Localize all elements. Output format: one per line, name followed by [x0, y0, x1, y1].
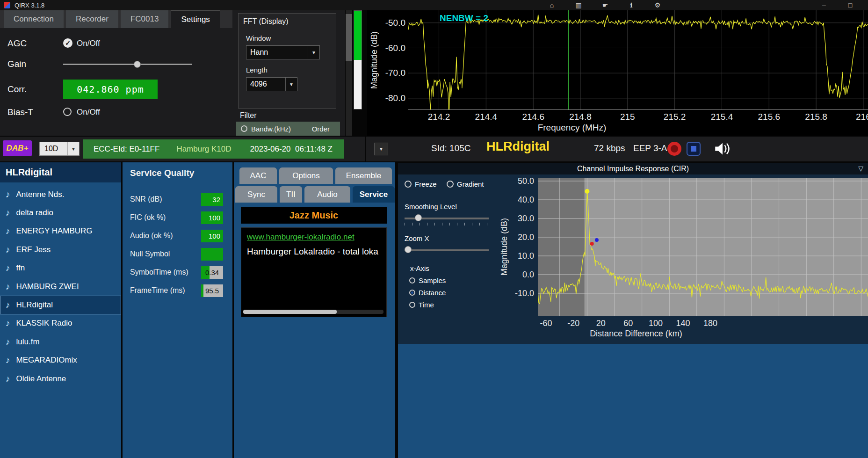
service-item-label: Antenne Nds. [16, 190, 65, 199]
chevron-down-icon[interactable]: ▼ [285, 78, 297, 91]
record-button[interactable] [667, 142, 681, 156]
service-item-label: MEGARADIOmix [16, 356, 77, 365]
bitrate-text: 72 kbps [594, 143, 625, 153]
minimize-icon[interactable]: – [817, 0, 831, 10]
gradient-option[interactable]: Gradient [447, 180, 484, 188]
service-list-item[interactable]: ♪ERF Jess [0, 240, 121, 259]
filter-label: Filter [240, 111, 257, 120]
service-list-item[interactable]: ♪Antenne Nds. [0, 185, 121, 204]
tab-aac[interactable]: AAC [239, 167, 277, 184]
pointer-icon[interactable]: ☛ [599, 0, 612, 10]
agc-checkbox[interactable]: ✓ [63, 38, 72, 48]
cir-title: Channel Impulse Response (CIR) [577, 165, 689, 173]
horizontal-scrollbar[interactable] [243, 310, 383, 314]
stop-button[interactable] [687, 142, 701, 156]
gain-slider-thumb[interactable] [134, 61, 141, 68]
chevron-down-icon[interactable]: ▼ [67, 142, 79, 155]
smoothing-slider[interactable] [405, 214, 489, 225]
time-radio[interactable] [409, 302, 415, 308]
panels-icon[interactable]: ▥ [572, 0, 585, 10]
fft-scrollbar-thumb[interactable] [346, 14, 352, 61]
service-item-label: Oldie Antenne [16, 374, 66, 384]
window-select[interactable]: Hann ▼ [246, 45, 320, 59]
tab-tii[interactable]: TII [280, 186, 302, 203]
music-note-icon: ♪ [6, 337, 10, 347]
service-website-link[interactable]: www.hamburger-lokalradio.net [247, 233, 381, 242]
settings-gear-icon[interactable]: ⚙ [651, 0, 664, 10]
gain-slider-track[interactable] [63, 64, 192, 65]
service-list-item[interactable]: ♪HAMBURG ZWEI [0, 277, 121, 296]
zoomx-slider-thumb[interactable] [405, 246, 412, 253]
freeze-radio[interactable] [405, 181, 412, 188]
home-icon[interactable]: ⌂ [545, 0, 558, 10]
service-list-item[interactable]: ♪ffn [0, 259, 121, 277]
freeze-option[interactable]: Freeze [405, 180, 437, 188]
service-item-label: ENERGY HAMBURG [16, 226, 93, 236]
distance-radio-selected[interactable] [409, 290, 415, 296]
samples-radio[interactable] [409, 277, 415, 284]
channel-select-value: 10D [40, 142, 67, 155]
tab-sync[interactable]: Sync [235, 186, 277, 203]
ensemble-info-bar: ECC-EId: E0-11FF Hamburg K10D 2023-06-20… [83, 139, 344, 159]
service-list-item-selected[interactable]: ♪HLRdigital [0, 296, 121, 314]
spectrum-plot[interactable]: NENBW = 2 [408, 10, 868, 110]
maximize-icon[interactable]: □ [844, 0, 857, 10]
music-note-icon: ♪ [6, 300, 10, 310]
tab-audio[interactable]: Audio [304, 186, 350, 203]
service-list-item[interactable]: ♪lulu.fm [0, 333, 121, 351]
tab-settings[interactable]: Settings [171, 10, 220, 28]
freeze-label: Freeze [415, 180, 437, 188]
service-description: Hamburger Lokalradio - total loka [247, 247, 381, 257]
smoothing-slider-thumb[interactable] [415, 214, 422, 221]
cir-plot[interactable] [538, 178, 868, 316]
cir-bottom-area [398, 344, 868, 458]
info-icon[interactable]: ℹ [625, 0, 638, 10]
y-tick-label: -70.0 [385, 68, 405, 78]
service-dropdown-button[interactable]: ▼ [374, 143, 388, 155]
corr-label: Corr. [7, 84, 27, 95]
tab-options[interactable]: Options [279, 167, 333, 184]
speaker-icon[interactable] [714, 141, 731, 156]
xaxis-option-time[interactable]: Time [409, 301, 434, 309]
horizontal-scrollbar-thumb[interactable] [243, 310, 337, 314]
smoothing-label: Smoothing Level [405, 203, 457, 211]
chevron-down-icon[interactable]: ▼ [308, 46, 319, 59]
tab-service[interactable]: Service [353, 186, 395, 203]
music-note-icon: ♪ [6, 374, 10, 384]
bandwidth-radio[interactable] [241, 125, 247, 132]
tab-ensemble[interactable]: Ensemble [335, 167, 392, 184]
service-list-item[interactable]: ♪ENERGY HAMBURG [0, 222, 121, 240]
tuner-panel: Connection Recorder FC0013 Settings AGC … [0, 10, 232, 136]
symboltime-label: SymbolTime (ms) [130, 268, 188, 276]
fft-panel: FFT (Display) Window Hann ▼ Length 4096 … [232, 10, 345, 136]
y-tick-label: 50.0 [518, 176, 534, 186]
gradient-radio[interactable] [447, 181, 454, 188]
tab-fc0013[interactable]: FC0013 [121, 10, 168, 28]
fft-scrollbar[interactable] [346, 10, 352, 136]
channel-select[interactable]: 10D ▼ [39, 142, 80, 156]
xaxis-option-distance[interactable]: Distance [409, 289, 446, 297]
x-tick-label: 215.8 [805, 112, 827, 122]
length-select[interactable]: 4096 ▼ [246, 77, 297, 91]
tab-connection[interactable]: Connection [4, 10, 64, 28]
cir-body: Freeze Gradient Smoothing Level Zoom X x… [398, 174, 868, 344]
service-list-item[interactable]: ♪MEGARADIOmix [0, 351, 121, 370]
music-note-icon: ♪ [6, 226, 10, 236]
order-label: Order [312, 125, 330, 133]
biast-radio[interactable] [63, 108, 72, 116]
tab-recorder[interactable]: Recorder [66, 10, 118, 28]
snr-label: SNR (dB) [130, 195, 162, 204]
tuner-tabbar: Connection Recorder FC0013 Settings [0, 10, 232, 28]
zoomx-slider[interactable] [405, 246, 489, 257]
service-list-item[interactable]: ♪Oldie Antenne [0, 370, 121, 388]
services-header: HLRdigital [0, 162, 121, 182]
y-tick-label: 40.0 [518, 195, 534, 205]
zoomx-slider-track[interactable] [405, 249, 489, 251]
spectrum-panel: Magnitude (dB) -50.0-60.0-70.0-80.0 NENB… [367, 10, 868, 136]
biast-label: Bias-T [7, 107, 33, 117]
collapse-triangle-icon[interactable]: ▽ [858, 165, 863, 172]
service-list-item[interactable]: ♪delta radio [0, 204, 121, 222]
xaxis-option-samples[interactable]: Samples [409, 276, 446, 284]
time-label: Time [419, 301, 434, 309]
service-list-item[interactable]: ♪KLASSIK Radio [0, 314, 121, 333]
